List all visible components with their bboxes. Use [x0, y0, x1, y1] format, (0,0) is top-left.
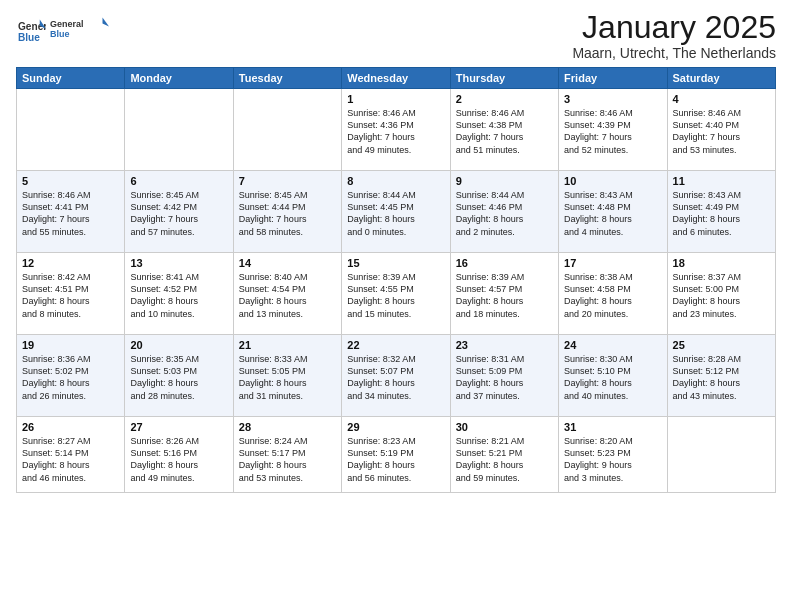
day-info: Sunrise: 8:35 AM Sunset: 5:03 PM Dayligh… [130, 353, 227, 402]
week-row-1: 1Sunrise: 8:46 AM Sunset: 4:36 PM Daylig… [17, 89, 776, 171]
day-info: Sunrise: 8:20 AM Sunset: 5:23 PM Dayligh… [564, 435, 661, 484]
weekday-header-saturday: Saturday [667, 68, 775, 89]
day-number: 4 [673, 93, 770, 105]
day-number: 3 [564, 93, 661, 105]
day-number: 15 [347, 257, 444, 269]
day-info: Sunrise: 8:45 AM Sunset: 4:42 PM Dayligh… [130, 189, 227, 238]
calendar-cell: 21Sunrise: 8:33 AM Sunset: 5:05 PM Dayli… [233, 335, 341, 417]
weekday-header-row: SundayMondayTuesdayWednesdayThursdayFrid… [17, 68, 776, 89]
day-info: Sunrise: 8:23 AM Sunset: 5:19 PM Dayligh… [347, 435, 444, 484]
calendar-cell: 12Sunrise: 8:42 AM Sunset: 4:51 PM Dayli… [17, 253, 125, 335]
day-info: Sunrise: 8:44 AM Sunset: 4:46 PM Dayligh… [456, 189, 553, 238]
day-info: Sunrise: 8:43 AM Sunset: 4:49 PM Dayligh… [673, 189, 770, 238]
calendar-cell: 24Sunrise: 8:30 AM Sunset: 5:10 PM Dayli… [559, 335, 667, 417]
day-info: Sunrise: 8:39 AM Sunset: 4:57 PM Dayligh… [456, 271, 553, 320]
day-info: Sunrise: 8:33 AM Sunset: 5:05 PM Dayligh… [239, 353, 336, 402]
week-row-2: 5Sunrise: 8:46 AM Sunset: 4:41 PM Daylig… [17, 171, 776, 253]
day-info: Sunrise: 8:46 AM Sunset: 4:36 PM Dayligh… [347, 107, 444, 156]
day-number: 30 [456, 421, 553, 433]
day-number: 11 [673, 175, 770, 187]
day-number: 21 [239, 339, 336, 351]
day-info: Sunrise: 8:28 AM Sunset: 5:12 PM Dayligh… [673, 353, 770, 402]
calendar-cell: 7Sunrise: 8:45 AM Sunset: 4:44 PM Daylig… [233, 171, 341, 253]
svg-marker-5 [103, 18, 110, 27]
calendar-cell: 23Sunrise: 8:31 AM Sunset: 5:09 PM Dayli… [450, 335, 558, 417]
svg-text:General: General [50, 19, 84, 29]
calendar-cell: 2Sunrise: 8:46 AM Sunset: 4:38 PM Daylig… [450, 89, 558, 171]
page: General Blue General Blue January 2025 M… [0, 0, 792, 612]
day-info: Sunrise: 8:39 AM Sunset: 4:55 PM Dayligh… [347, 271, 444, 320]
calendar-table: SundayMondayTuesdayWednesdayThursdayFrid… [16, 67, 776, 493]
weekday-header-tuesday: Tuesday [233, 68, 341, 89]
day-number: 28 [239, 421, 336, 433]
day-info: Sunrise: 8:30 AM Sunset: 5:10 PM Dayligh… [564, 353, 661, 402]
logo: General Blue General Blue [16, 10, 110, 50]
day-info: Sunrise: 8:43 AM Sunset: 4:48 PM Dayligh… [564, 189, 661, 238]
calendar-cell: 25Sunrise: 8:28 AM Sunset: 5:12 PM Dayli… [667, 335, 775, 417]
calendar-cell: 27Sunrise: 8:26 AM Sunset: 5:16 PM Dayli… [125, 417, 233, 493]
calendar-cell [17, 89, 125, 171]
day-number: 17 [564, 257, 661, 269]
calendar-cell: 5Sunrise: 8:46 AM Sunset: 4:41 PM Daylig… [17, 171, 125, 253]
day-number: 22 [347, 339, 444, 351]
day-number: 8 [347, 175, 444, 187]
day-info: Sunrise: 8:37 AM Sunset: 5:00 PM Dayligh… [673, 271, 770, 320]
calendar-cell [233, 89, 341, 171]
day-number: 5 [22, 175, 119, 187]
weekday-header-wednesday: Wednesday [342, 68, 450, 89]
logo-area: General Blue General Blue [16, 10, 110, 50]
location-title: Maarn, Utrecht, The Netherlands [572, 45, 776, 61]
logo-svg: General Blue [50, 10, 110, 46]
day-number: 19 [22, 339, 119, 351]
day-info: Sunrise: 8:26 AM Sunset: 5:16 PM Dayligh… [130, 435, 227, 484]
day-info: Sunrise: 8:46 AM Sunset: 4:38 PM Dayligh… [456, 107, 553, 156]
day-number: 20 [130, 339, 227, 351]
day-number: 10 [564, 175, 661, 187]
day-info: Sunrise: 8:45 AM Sunset: 4:44 PM Dayligh… [239, 189, 336, 238]
calendar-cell: 8Sunrise: 8:44 AM Sunset: 4:45 PM Daylig… [342, 171, 450, 253]
calendar-cell: 29Sunrise: 8:23 AM Sunset: 5:19 PM Dayli… [342, 417, 450, 493]
calendar-cell: 3Sunrise: 8:46 AM Sunset: 4:39 PM Daylig… [559, 89, 667, 171]
week-row-4: 19Sunrise: 8:36 AM Sunset: 5:02 PM Dayli… [17, 335, 776, 417]
day-info: Sunrise: 8:38 AM Sunset: 4:58 PM Dayligh… [564, 271, 661, 320]
calendar-cell: 19Sunrise: 8:36 AM Sunset: 5:02 PM Dayli… [17, 335, 125, 417]
day-info: Sunrise: 8:42 AM Sunset: 4:51 PM Dayligh… [22, 271, 119, 320]
weekday-header-sunday: Sunday [17, 68, 125, 89]
day-number: 27 [130, 421, 227, 433]
day-info: Sunrise: 8:31 AM Sunset: 5:09 PM Dayligh… [456, 353, 553, 402]
day-number: 2 [456, 93, 553, 105]
day-number: 14 [239, 257, 336, 269]
calendar-cell: 16Sunrise: 8:39 AM Sunset: 4:57 PM Dayli… [450, 253, 558, 335]
day-info: Sunrise: 8:46 AM Sunset: 4:39 PM Dayligh… [564, 107, 661, 156]
calendar-cell: 10Sunrise: 8:43 AM Sunset: 4:48 PM Dayli… [559, 171, 667, 253]
calendar-cell: 9Sunrise: 8:44 AM Sunset: 4:46 PM Daylig… [450, 171, 558, 253]
calendar-cell: 22Sunrise: 8:32 AM Sunset: 5:07 PM Dayli… [342, 335, 450, 417]
day-info: Sunrise: 8:32 AM Sunset: 5:07 PM Dayligh… [347, 353, 444, 402]
day-info: Sunrise: 8:36 AM Sunset: 5:02 PM Dayligh… [22, 353, 119, 402]
day-number: 6 [130, 175, 227, 187]
day-info: Sunrise: 8:46 AM Sunset: 4:40 PM Dayligh… [673, 107, 770, 156]
calendar-cell: 4Sunrise: 8:46 AM Sunset: 4:40 PM Daylig… [667, 89, 775, 171]
day-info: Sunrise: 8:21 AM Sunset: 5:21 PM Dayligh… [456, 435, 553, 484]
calendar-cell: 1Sunrise: 8:46 AM Sunset: 4:36 PM Daylig… [342, 89, 450, 171]
day-number: 1 [347, 93, 444, 105]
calendar-cell [125, 89, 233, 171]
calendar-cell: 11Sunrise: 8:43 AM Sunset: 4:49 PM Dayli… [667, 171, 775, 253]
svg-text:Blue: Blue [50, 29, 70, 39]
day-number: 29 [347, 421, 444, 433]
calendar-cell: 17Sunrise: 8:38 AM Sunset: 4:58 PM Dayli… [559, 253, 667, 335]
day-number: 9 [456, 175, 553, 187]
day-info: Sunrise: 8:41 AM Sunset: 4:52 PM Dayligh… [130, 271, 227, 320]
day-number: 7 [239, 175, 336, 187]
day-info: Sunrise: 8:24 AM Sunset: 5:17 PM Dayligh… [239, 435, 336, 484]
week-row-5: 26Sunrise: 8:27 AM Sunset: 5:14 PM Dayli… [17, 417, 776, 493]
day-number: 23 [456, 339, 553, 351]
weekday-header-monday: Monday [125, 68, 233, 89]
day-number: 31 [564, 421, 661, 433]
weekday-header-friday: Friday [559, 68, 667, 89]
calendar-cell: 18Sunrise: 8:37 AM Sunset: 5:00 PM Dayli… [667, 253, 775, 335]
header: General Blue General Blue January 2025 M… [16, 10, 776, 61]
calendar-cell [667, 417, 775, 493]
day-info: Sunrise: 8:46 AM Sunset: 4:41 PM Dayligh… [22, 189, 119, 238]
day-number: 13 [130, 257, 227, 269]
